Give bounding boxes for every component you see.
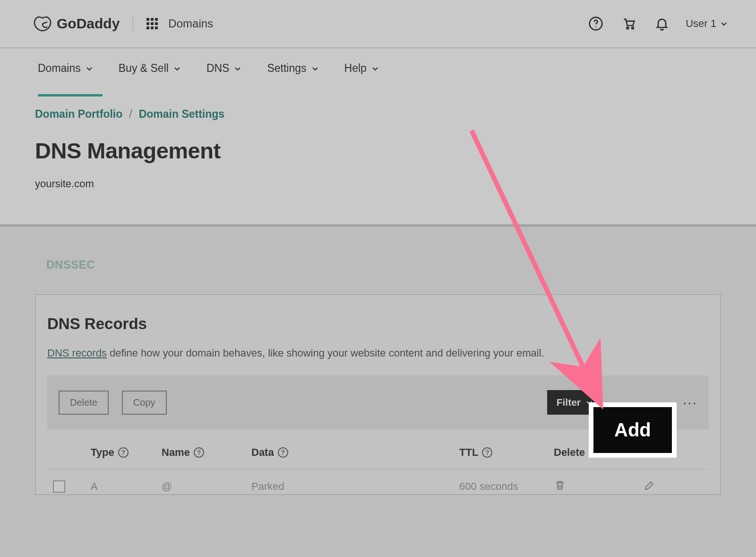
add-button[interactable]: Add [593,407,672,453]
svg-point-2 [627,27,629,29]
panel-title: DNS Records [47,315,709,333]
cell-name: @ [162,480,251,493]
section-title: Domains [168,17,213,30]
help-icon[interactable] [586,14,605,33]
help-icon[interactable]: ? [278,447,288,458]
separator [133,16,133,31]
content-area: DNSSEC DNS Records DNS records define ho… [0,227,756,557]
dns-records-link[interactable]: DNS records [47,347,107,359]
cell-type: A [91,480,162,493]
tab-dnssec[interactable]: DNSSEC [35,254,721,275]
svg-point-1 [595,26,596,27]
add-highlight: Add [590,403,676,457]
row-delete-icon[interactable] [554,479,644,494]
godaddy-logo-icon [33,15,52,32]
top-bar: GoDaddy Domains User 1 [0,0,756,48]
domain-name: yoursite.com [35,178,721,190]
page-header: Domain Portfolio / Domain Settings DNS M… [0,89,756,227]
col-ttl: TTL? [459,446,554,459]
apps-grid-icon[interactable] [146,18,158,29]
help-icon[interactable]: ? [194,447,204,458]
panel-description: DNS records define how your domain behav… [47,347,709,359]
page-title: DNS Management [35,138,721,164]
help-icon[interactable]: ? [482,447,492,458]
copy-button[interactable]: Copy [122,391,167,415]
more-menu-icon[interactable]: ··· [683,394,697,410]
chevron-down-icon [234,65,241,72]
cell-data: Parked [251,480,459,493]
breadcrumb: Domain Portfolio / Domain Settings [35,108,721,121]
row-checkbox[interactable] [53,480,65,493]
nav-help[interactable]: Help [344,49,379,88]
nav-buy-sell[interactable]: Buy & Sell [119,49,181,88]
breadcrumb-portfolio[interactable]: Domain Portfolio [35,108,122,121]
chevron-down-icon [311,65,319,72]
chevron-down-icon [371,65,379,72]
nav-domains[interactable]: Domains [38,49,93,88]
svg-point-3 [632,27,634,29]
table-row: A @ Parked 600 seconds [47,470,709,494]
brand-name: GoDaddy [57,16,120,32]
brand-logo[interactable]: GoDaddy [33,15,120,32]
nav-settings[interactable]: Settings [267,49,318,88]
cell-ttl: 600 seconds [459,480,554,493]
breadcrumb-separator: / [129,108,132,121]
cart-icon[interactable] [619,14,638,33]
row-edit-icon[interactable] [644,479,710,494]
chevron-down-icon [173,65,181,72]
breadcrumb-settings[interactable]: Domain Settings [139,108,224,121]
chevron-down-icon [86,65,93,72]
col-name: Name? [162,446,251,459]
user-menu[interactable]: User 1 [686,17,728,30]
help-icon[interactable]: ? [118,447,129,458]
chevron-down-icon [720,20,728,27]
primary-nav: Domains Buy & Sell DNS Settings Help [0,48,756,89]
delete-button[interactable]: Delete [59,391,109,415]
dns-records-panel: DNS Records DNS records define how your … [35,294,721,495]
nav-dns[interactable]: DNS [206,49,242,88]
bell-icon[interactable] [653,14,671,33]
panel-desc-text: define how your domain behaves, like sho… [107,347,544,359]
user-label: User 1 [686,17,716,30]
col-data: Data? [251,446,459,459]
col-type: Type? [91,446,162,459]
